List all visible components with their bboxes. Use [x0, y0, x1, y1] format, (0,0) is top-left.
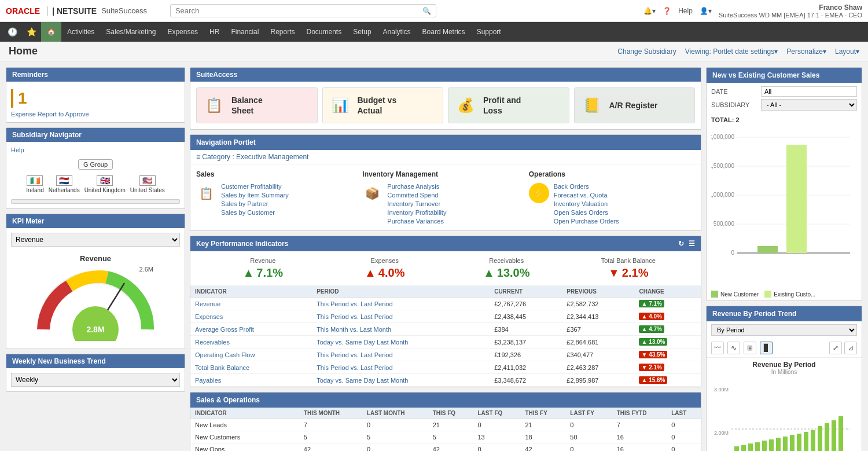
home-icon[interactable]: 🏠 — [41, 22, 61, 42]
revenue-indicator-link[interactable]: Revenue — [195, 300, 220, 307]
us-label: United States — [130, 187, 165, 193]
star-icon[interactable]: ⭐ — [22, 27, 41, 36]
total-bank-balance-change-badge: ▼ 2.1% — [639, 364, 664, 371]
sales-by-partner-link[interactable]: Sales by Partner — [221, 200, 289, 207]
nav-expenses[interactable]: Expenses — [161, 22, 204, 42]
search-icon[interactable]: 🔍 — [422, 7, 431, 15]
subsidiary-root-node[interactable]: G Group — [78, 159, 113, 170]
avg-gross-profit-period-link[interactable]: This Month vs. Last Month — [317, 326, 391, 333]
subsidiary-navigator-header: Subsidiary Navigator — [6, 128, 185, 142]
chart-type-bar[interactable]: ▊ — [760, 342, 773, 354]
inventory-turnover-link[interactable]: Inventory Turnover — [387, 200, 446, 207]
kpi-refresh-icon[interactable]: ↻ — [678, 240, 684, 248]
nav-activities[interactable]: Activities — [61, 22, 100, 42]
avg-gross-profit-link[interactable]: Average Gross Profit — [195, 326, 254, 333]
navigation-category-label: Category : Executive Management — [202, 153, 308, 161]
revenue-trend-portlet: Revenue By Period Trend By Period By Mon… — [706, 306, 862, 451]
kpi-col-change: CHANGE — [634, 286, 701, 298]
subsidiary-netherlands[interactable]: 🇳🇱 Netherlands — [49, 175, 80, 193]
suite-card-budget-vs-actual[interactable]: 📊 Budget vsActual — [322, 87, 444, 123]
total-bank-balance-period-link[interactable]: This Period vs. Last Period — [317, 364, 392, 371]
operating-cashflow-link[interactable]: Operating Cash Flow — [195, 351, 255, 358]
open-sales-orders-link[interactable]: Open Sales Orders — [554, 209, 619, 216]
back-orders-link[interactable]: Back Orders — [554, 183, 619, 190]
revenue-trend-select[interactable]: By Period By Month By Quarter — [711, 324, 857, 336]
subsidiary-us[interactable]: 🇺🇸 United States — [130, 175, 165, 193]
payables-period-link[interactable]: Today vs. Same Day Last Month — [317, 377, 408, 384]
new-opps-last-fy: 0 — [565, 443, 612, 452]
chart-type-table[interactable]: ⊞ — [744, 342, 756, 354]
change-subsidiary-link[interactable]: Change Subsidiary — [617, 47, 676, 56]
open-purchase-orders-link[interactable]: Open Purchase Orders — [554, 218, 619, 225]
nav-documents[interactable]: Documents — [301, 22, 348, 42]
user-icon[interactable]: 👤▾ — [700, 7, 712, 15]
subsidiary-select[interactable]: - All - — [761, 99, 857, 111]
expenses-summary-pct: 4.0% — [378, 266, 405, 280]
operating-cashflow-period-link[interactable]: This Period vs. Last Period — [317, 351, 392, 358]
layout-button[interactable]: Layout▾ — [835, 47, 859, 56]
chart-expand-icon[interactable]: ⤢ — [829, 342, 842, 354]
nav-hr[interactable]: HR — [204, 22, 225, 42]
nav-board[interactable]: Board Metrics — [417, 22, 471, 42]
navigation-portlet-header: Navigation Portlet — [190, 135, 701, 150]
inventory-valuation-link[interactable]: Inventory Valuation — [554, 200, 619, 207]
revenue-summary-label: Revenue — [250, 257, 275, 264]
purchase-analysis-link[interactable]: Purchase Analysis — [387, 183, 446, 190]
budget-vs-actual-label: Budget vsActual — [358, 95, 397, 116]
kpi-header: Key Performance Indicators ↻ ☰ — [190, 236, 701, 251]
customer-profitability-link[interactable]: Customer Profitability — [221, 183, 289, 190]
sales-by-customer-link[interactable]: Sales by Customer — [221, 209, 289, 216]
revenue-summary-pct: 7.1% — [256, 266, 283, 280]
nav-financial[interactable]: Financial — [225, 22, 264, 42]
revenue-period-link[interactable]: This Period vs. Last Period — [317, 300, 392, 307]
receivables-indicator-link[interactable]: Receivables — [195, 339, 230, 346]
chart-type-line[interactable]: ∿ — [727, 342, 740, 354]
suite-access-portlet: SuiteAccess 📋 BalanceSheet 📊 Budget vsAc… — [190, 67, 701, 130]
kpi-menu-icon[interactable]: ☰ — [689, 240, 695, 248]
total-bank-balance-previous: £2,463,287 — [562, 361, 634, 374]
date-input[interactable] — [761, 86, 857, 97]
inventory-profitability-link[interactable]: Inventory Profitability — [387, 209, 446, 216]
reminder-link[interactable]: Expense Report to Approve — [11, 111, 180, 118]
top-right-area: 🔔▾ ❓ Help 👤▾ Franco Shaw SuiteSuccess WD… — [643, 3, 862, 19]
total-bank-balance-link[interactable]: Total Bank Balance — [195, 364, 249, 371]
forecast-quota-link[interactable]: Forecast vs. Quota — [554, 192, 619, 199]
nav-reports[interactable]: Reports — [264, 22, 300, 42]
purchase-variances-link[interactable]: Purchase Variances — [387, 218, 446, 225]
sales-icon: 📋 — [196, 183, 216, 203]
search-input[interactable] — [175, 6, 422, 15]
subsidiary-uk[interactable]: 🇬🇧 United Kingdom — [84, 175, 126, 193]
nav-support[interactable]: Support — [471, 22, 507, 42]
chart-type-area[interactable]: 〰 — [711, 342, 724, 354]
sales-by-item-link[interactable]: Sales by Item Summary — [221, 192, 289, 199]
reminders-portlet: Reminders 1 Expense Report to Approve — [6, 67, 185, 123]
nav-sales[interactable]: Sales/Marketing — [100, 22, 161, 42]
subsidiary-help-link[interactable]: Help — [11, 146, 180, 153]
weekly-trend-select[interactable]: Weekly Monthly Quarterly — [11, 373, 180, 387]
nav-setup[interactable]: Setup — [347, 22, 377, 42]
committed-spend-link[interactable]: Committed Spend — [387, 192, 446, 199]
suite-card-balance-sheet[interactable]: 📋 BalanceSheet — [196, 87, 318, 123]
help-label[interactable]: Help — [678, 7, 693, 15]
chart-download-icon[interactable]: ⊿ — [844, 342, 857, 354]
kpi-meter-select[interactable]: Revenue Expenses Profit — [11, 233, 180, 247]
subsidiary-scrollbar[interactable] — [11, 199, 180, 204]
nav-section-operations: Operations ⚡ Back Orders Forecast vs. Qu… — [529, 170, 695, 225]
subsidiary-ireland[interactable]: 🇮🇪 Ireland — [26, 175, 44, 193]
receivables-period-link[interactable]: Today vs. Same Day Last Month — [317, 339, 408, 346]
help-icon[interactable]: ❓ — [663, 7, 671, 15]
clock-icon[interactable]: 🕐 — [3, 27, 22, 36]
svg-text:1,500,000: 1,500,000 — [711, 163, 734, 169]
inventory-section-title: Inventory Management — [362, 170, 528, 178]
suite-card-profit-loss[interactable]: 💰 Profit andLoss — [448, 87, 569, 123]
nav-analytics[interactable]: Analytics — [377, 22, 417, 42]
viewing-settings[interactable]: Viewing: Portlet date settings▾ — [685, 47, 778, 56]
expenses-period-link[interactable]: This Period vs. Last Period — [317, 313, 392, 320]
suite-card-ar-register[interactable]: 📒 A/R Register — [574, 87, 696, 123]
expenses-indicator-link[interactable]: Expenses — [195, 313, 223, 320]
kpi-summary-revenue: Revenue ▲ 7.1% — [202, 257, 324, 280]
personalize-button[interactable]: Personalize▾ — [786, 47, 826, 56]
notification-icon[interactable]: 🔔▾ — [643, 7, 656, 15]
svg-text:500,000: 500,000 — [713, 221, 735, 227]
payables-indicator-link[interactable]: Payables — [195, 377, 221, 384]
